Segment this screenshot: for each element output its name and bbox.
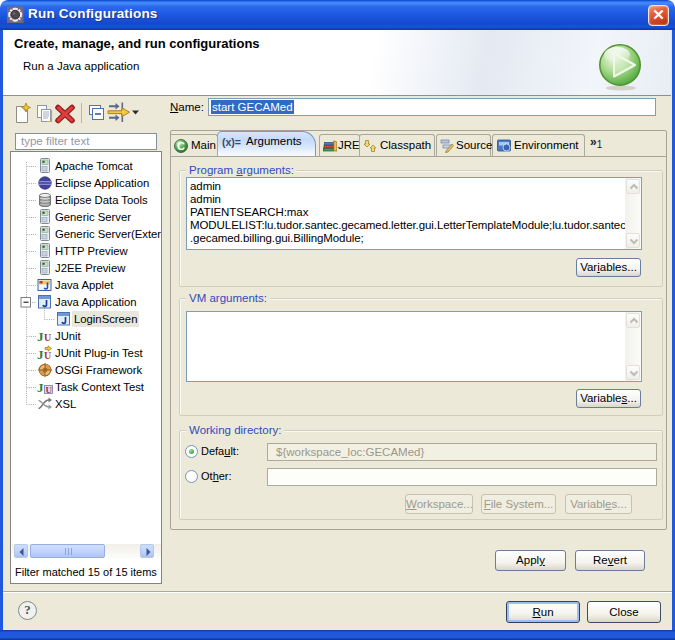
svg-text:C: C (177, 140, 185, 152)
